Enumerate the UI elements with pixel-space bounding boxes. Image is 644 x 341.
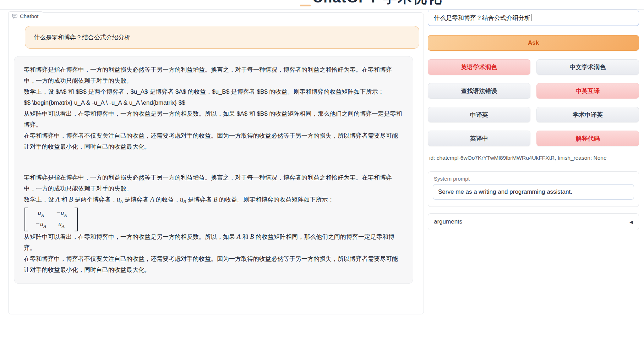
text-segment: 从矩阵中可以看出，在零和博弈中，一方的收益是另一方的相反数。所以，如果 — [24, 233, 237, 240]
text-segment: 的收益。则零和博弈的收益矩阵如下所示： — [217, 196, 334, 203]
bot-rendered-paragraph: 从矩阵中可以看出，在零和博弈中，一方的收益是另一方的相反数。所以，如果 A 和 … — [24, 231, 403, 253]
math-var: B — [213, 196, 217, 203]
ask-button[interactable]: Ask — [428, 35, 639, 51]
math-var: u — [180, 196, 183, 203]
matrix-cell: −uA — [31, 220, 51, 230]
matrix-cell: uA — [31, 209, 51, 219]
app-window: ChatGPT 学术优化 Chatbot 什么是零和博弈？结合公式介绍分析 零和… — [0, 0, 644, 341]
subtitle-fragment — [300, 5, 311, 6]
system-prompt-label: System prompt — [433, 176, 634, 182]
bot-raw-paragraph: 在零和博弈中，博弈者不仅要关注自己的收益，还需要考虑对手的收益。因为一方取得的收… — [24, 130, 403, 152]
button-label: 英译中 — [470, 134, 488, 143]
function-button-explain-code[interactable]: 解释代码 — [536, 131, 639, 146]
text-segment: 是博弈者 — [186, 196, 213, 203]
rendered-matrix: uA −uA −uA uA — [24, 208, 78, 231]
math-sub: A — [120, 199, 123, 204]
system-prompt-value: Serve me as a writing and programming as… — [438, 188, 572, 196]
ask-button-label: Ask — [528, 39, 539, 46]
system-prompt-input[interactable]: Serve me as a writing and programming as… — [433, 184, 634, 200]
bot-raw-paragraph: 从矩阵中可以看出，在零和博弈中，一方的收益是另一方的相反数。所以，如果 $A$ … — [24, 108, 403, 130]
arguments-label: arguments — [434, 218, 462, 225]
math-var: A — [150, 196, 154, 203]
button-label: 解释代码 — [576, 134, 600, 143]
bot-rendered-block: 零和博弈是指在博弈中，一方的利益损失必然等于另一方的利益增益。换言之，对于每一种… — [24, 172, 403, 275]
math-var: B — [250, 233, 254, 240]
control-column: 什么是零和博弈？结合公式介绍分析 Ask 英语学术润色 中文学术润色 查找语法错… — [428, 10, 639, 237]
button-label: 中译英 — [470, 111, 488, 119]
collapse-left-triangle-icon: ◀ — [629, 219, 633, 225]
bot-raw-block: 零和博弈是指在博弈中，一方的利益损失必然等于另一方的利益增益。换言之，对于每一种… — [24, 64, 403, 152]
math-var: u — [117, 196, 120, 203]
bot-rendered-paragraph: 零和博弈是指在博弈中，一方的利益损失必然等于另一方的利益增益。换言之，对于每一种… — [24, 172, 403, 194]
function-button-en-to-zh[interactable]: 英译中 — [428, 131, 530, 146]
text-cursor — [531, 14, 531, 21]
text-segment: 和 — [241, 233, 250, 240]
matrix-bracket-left — [24, 208, 28, 231]
button-label: 英语学术润色 — [461, 63, 497, 71]
function-button-find-grammar-errors[interactable]: 查找语法错误 — [428, 83, 530, 99]
matrix-bracket-right — [75, 208, 78, 231]
text-segment: 和 — [60, 196, 69, 203]
matrix-cell: uA — [51, 220, 72, 230]
function-button-academic-zh-to-en[interactable]: 学术中译英 — [536, 107, 639, 122]
chatbot-tab: Chatbot — [8, 11, 43, 21]
bot-message: 零和博弈是指在博弈中，一方的利益损失必然等于另一方的利益增益。换言之，对于每一种… — [14, 56, 413, 284]
button-label: 中文学术润色 — [570, 63, 606, 71]
bot-raw-paragraph: 零和博弈是指在博弈中，一方的利益损失必然等于另一方的利益增益。换言之，对于每一种… — [24, 64, 403, 86]
status-line: id: chatcmpl-6wOo7KrYTwMl89lbrMWRu4UkFFX… — [429, 155, 607, 161]
function-button-grid: 英语学术润色 中文学术润色 查找语法错误 中英互译 中译英 学术中译英 英译中 … — [428, 59, 639, 146]
math-var: A — [237, 233, 241, 240]
text-segment: 数学上，设 — [24, 196, 56, 203]
prompt-input[interactable]: 什么是零和博弈？结合公式介绍分析 — [428, 10, 639, 26]
button-label: 学术中译英 — [573, 111, 603, 119]
user-message-text: 什么是零和博弈？结合公式介绍分析 — [34, 34, 130, 41]
text-segment: 是博弈者 — [123, 196, 150, 203]
latex-source-line: $$ \begin{bmatrix} u_A & -u_A \ -u_A & u… — [24, 97, 403, 108]
page-title: ChatGPT 学术优化 — [312, 0, 442, 7]
function-button-zh-en-mutual-translate[interactable]: 中英互译 — [536, 83, 639, 99]
matrix-body: uA −uA −uA uA — [28, 208, 75, 231]
button-label: 查找语法错误 — [461, 87, 497, 95]
chatbot-tab-label: Chatbot — [20, 13, 39, 19]
function-button-zh-to-en[interactable]: 中译英 — [428, 107, 530, 122]
text-segment: 是两个博弈者， — [73, 196, 117, 203]
math-var: B — [69, 196, 73, 203]
chatbot-panel: Chatbot 什么是零和博弈？结合公式介绍分析 零和博弈是指在博弈中，一方的利… — [8, 12, 424, 314]
matrix-cell: −uA — [51, 209, 72, 219]
prompt-input-value: 什么是零和博弈？结合公式介绍分析 — [434, 14, 530, 22]
bot-raw-paragraph: 数学上，设 $A$ 和 $B$ 是两个博弈者，$u_A$ 是博弈者 $A$ 的收… — [24, 86, 403, 97]
system-prompt-panel: System prompt Serve me as a writing and … — [428, 171, 639, 207]
button-label: 中英互译 — [576, 87, 600, 95]
text-segment: 的收益， — [154, 196, 180, 203]
function-button-english-academic-polish[interactable]: 英语学术润色 — [428, 59, 530, 75]
bot-rendered-paragraph: 数学上，设 A 和 B 是两个博弈者，uA 是博弈者 A 的收益，uB 是博弈者… — [24, 194, 403, 207]
arguments-accordion-header[interactable]: arguments ◀ — [428, 213, 639, 230]
chat-bubble-icon — [12, 13, 17, 19]
math-sub: B — [183, 199, 186, 204]
user-message: 什么是零和博弈？结合公式介绍分析 — [25, 26, 419, 49]
bot-rendered-paragraph: 在零和博弈中，博弈者不仅要关注自己的收益，还需要考虑对手的收益。因为一方取得的收… — [24, 253, 403, 275]
math-var: A — [56, 196, 60, 203]
function-button-chinese-academic-polish[interactable]: 中文学术润色 — [536, 59, 639, 75]
